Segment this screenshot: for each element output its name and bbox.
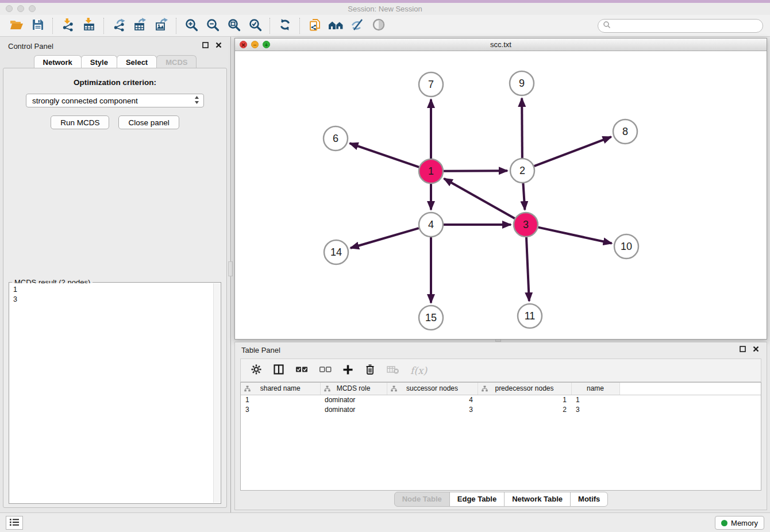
column-header-successor-nodes[interactable]: successor nodes bbox=[387, 383, 478, 395]
delete-table-button[interactable] bbox=[387, 365, 399, 376]
column-header-predecessor-nodes[interactable]: predecessor nodes bbox=[478, 383, 571, 395]
close-window-icon[interactable] bbox=[6, 5, 13, 12]
graph-node-label-2: 2 bbox=[519, 165, 525, 176]
import-table-button[interactable] bbox=[78, 17, 99, 35]
column-view-button[interactable] bbox=[273, 364, 284, 377]
search-input[interactable] bbox=[613, 20, 763, 32]
node-table[interactable]: shared nameMCDS rolesuccessor nodesprede… bbox=[240, 382, 761, 491]
table-cell[interactable]: 1 bbox=[241, 395, 320, 404]
paint-eye-button[interactable] bbox=[346, 17, 368, 35]
graph-edge-2-8[interactable] bbox=[534, 137, 611, 166]
deselect-all-button[interactable] bbox=[319, 365, 332, 375]
maximize-window-icon[interactable] bbox=[29, 5, 36, 12]
close-network-icon[interactable]: ✕ bbox=[240, 41, 247, 48]
tab-network-table[interactable]: Network Table bbox=[504, 492, 571, 507]
vertical-splitter-grip[interactable] bbox=[228, 261, 233, 276]
import-network-icon bbox=[61, 18, 75, 33]
window-titlebar: Session: New Session bbox=[0, 3, 770, 15]
table-cell[interactable]: 3 bbox=[387, 404, 478, 414]
gear-button[interactable] bbox=[251, 364, 262, 377]
open-session-button[interactable] bbox=[6, 17, 27, 35]
zoom-fit-button[interactable] bbox=[223, 17, 244, 35]
delete-column-button[interactable] bbox=[364, 364, 376, 377]
column-header-shared-name[interactable]: shared name bbox=[241, 383, 320, 395]
maximize-network-icon[interactable]: + bbox=[263, 41, 270, 48]
toolbar-separator bbox=[103, 18, 104, 34]
main-toolbar bbox=[0, 15, 770, 37]
task-history-button[interactable] bbox=[6, 516, 23, 530]
zoom-out-button[interactable] bbox=[202, 17, 223, 35]
network-graph: 7968124314101511 bbox=[235, 51, 767, 340]
graph-edge-2-3[interactable] bbox=[523, 183, 525, 210]
minimize-network-icon[interactable]: – bbox=[251, 41, 259, 48]
select-all-button[interactable] bbox=[295, 365, 308, 375]
table-row[interactable]: 1dominator411 bbox=[241, 395, 761, 404]
table-cell[interactable]: dominator bbox=[320, 404, 387, 414]
graph-edge-1-6[interactable] bbox=[350, 143, 419, 167]
mcds-result-text[interactable]: 1 3 bbox=[10, 283, 213, 503]
eye-disabled-button[interactable] bbox=[368, 17, 389, 35]
export-image-button[interactable] bbox=[151, 17, 172, 35]
function-builder-icon: f(x) bbox=[410, 365, 427, 376]
table-cell[interactable]: dominator bbox=[320, 395, 387, 404]
table-cell[interactable]: 1 bbox=[571, 395, 619, 404]
tab-edge-table[interactable]: Edge Table bbox=[449, 492, 505, 507]
graph-edge-3-1[interactable] bbox=[444, 179, 515, 218]
function-builder-button[interactable]: f(x) bbox=[410, 365, 427, 376]
table-row[interactable]: 3dominator323 bbox=[241, 404, 761, 414]
search-icon bbox=[603, 21, 611, 31]
import-network-button[interactable] bbox=[57, 17, 78, 35]
save-session-button[interactable] bbox=[27, 17, 48, 35]
minimize-window-icon[interactable] bbox=[17, 5, 24, 12]
chevron-up-down-icon bbox=[194, 95, 200, 106]
run-mcds-button[interactable]: Run MCDS bbox=[51, 115, 109, 129]
home-button[interactable] bbox=[325, 17, 346, 35]
graph-edge-4-14[interactable] bbox=[351, 228, 419, 248]
table-cell[interactable]: 3 bbox=[571, 404, 619, 414]
close-table-panel-icon[interactable] bbox=[753, 346, 759, 352]
export-network-button[interactable] bbox=[108, 17, 129, 35]
tab-node-table[interactable]: Node Table bbox=[394, 492, 450, 507]
graph-node-label-7: 7 bbox=[428, 79, 434, 90]
column-hierarchy-icon bbox=[324, 385, 330, 394]
column-header-MCDS-role[interactable]: MCDS role bbox=[320, 383, 387, 395]
column-view-icon bbox=[273, 364, 284, 377]
table-tabs: Node Table Edge Table Network Table Moti… bbox=[235, 492, 767, 507]
add-column-button[interactable] bbox=[342, 364, 353, 377]
table-cell[interactable]: 3 bbox=[241, 404, 320, 414]
control-panel: Control Panel Network Style Select MCDS … bbox=[0, 37, 230, 512]
table-cell[interactable]: 1 bbox=[478, 395, 571, 404]
table-cell[interactable]: 2 bbox=[478, 404, 571, 414]
tab-motifs[interactable]: Motifs bbox=[570, 492, 608, 507]
column-hierarchy-icon bbox=[391, 385, 397, 394]
graph-node-label-4: 4 bbox=[428, 219, 434, 230]
zoom-selected-button[interactable] bbox=[244, 17, 265, 35]
table-cell[interactable]: 4 bbox=[387, 395, 478, 404]
graph-node-label-10: 10 bbox=[621, 241, 632, 252]
memory-button[interactable]: Memory bbox=[715, 516, 764, 530]
network-window-titlebar[interactable]: ✕ – + scc.txt bbox=[235, 38, 767, 51]
graph-edge-3-10[interactable] bbox=[538, 228, 611, 244]
export-table-button[interactable] bbox=[129, 17, 151, 35]
graph-edge-1-2[interactable] bbox=[444, 171, 507, 171]
zoom-in-button[interactable] bbox=[180, 17, 202, 35]
close-panel-button[interactable]: Close panel bbox=[118, 115, 179, 129]
trash-icon bbox=[364, 364, 376, 377]
column-hierarchy-icon bbox=[244, 385, 251, 394]
status-bar: Memory bbox=[0, 512, 770, 532]
result-scrollbar[interactable] bbox=[213, 283, 220, 503]
refresh-layout-button[interactable] bbox=[274, 17, 295, 35]
search-field[interactable] bbox=[598, 19, 763, 33]
copy-style-button[interactable] bbox=[304, 17, 325, 35]
float-table-panel-icon[interactable] bbox=[740, 346, 746, 352]
column-header-name[interactable]: name bbox=[571, 383, 619, 395]
delete-table-icon bbox=[387, 365, 399, 376]
network-canvas[interactable]: 7968124314101511 bbox=[235, 51, 767, 339]
criterion-select[interactable]: strongly connected component bbox=[26, 94, 204, 107]
float-panel-icon[interactable] bbox=[202, 42, 209, 48]
table-cell-filler bbox=[619, 404, 761, 414]
deselect-all-icon bbox=[319, 365, 332, 375]
graph-edge-3-11[interactable] bbox=[526, 237, 529, 301]
graph-edge-2-9[interactable] bbox=[522, 98, 522, 158]
close-panel-icon[interactable] bbox=[215, 42, 222, 48]
